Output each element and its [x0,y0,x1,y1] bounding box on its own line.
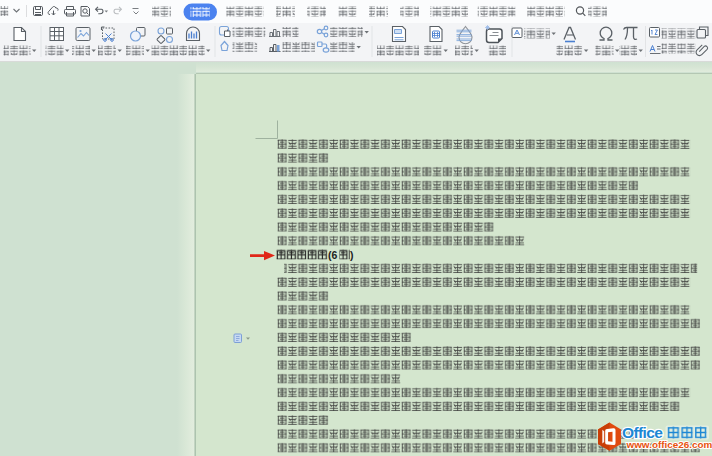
svg-text:(6: (6 [328,249,337,261]
svg-text:www.office26.com: www.office26.com [626,439,712,450]
svg-text:): ) [350,249,354,261]
